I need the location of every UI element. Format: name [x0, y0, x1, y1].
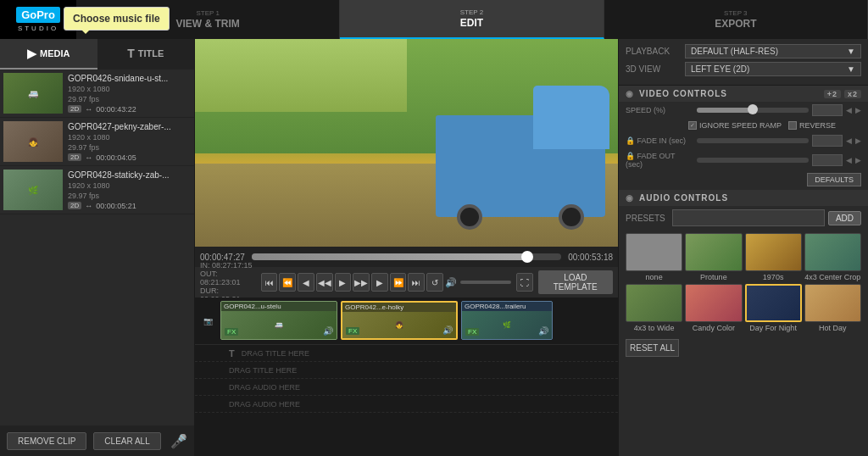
fade-out-slider[interactable]: [697, 158, 809, 163]
presets-input[interactable]: [672, 209, 825, 226]
preset-hotday[interactable]: Hot Day: [804, 284, 861, 332]
skip-to-end-button[interactable]: ⏭: [408, 273, 425, 292]
timeline-clip-2[interactable]: GOPR042...e-holky 👧 FX 🔊: [341, 301, 458, 340]
preset-protune[interactable]: Protune: [685, 233, 742, 281]
skip-to-start-button[interactable]: ⏮: [261, 273, 278, 292]
play-button[interactable]: ▶: [335, 273, 352, 292]
step-export[interactable]: STEP 3 EXPORT: [604, 0, 868, 39]
preset-thumb-1970s: [745, 233, 802, 271]
scene-sky: [195, 39, 407, 112]
tab-title-label: TITLE: [138, 48, 164, 58]
speed-label: SPEED (%): [626, 106, 693, 114]
ignore-speed-ramp-label[interactable]: ✓ IGNORE SPEED RAMP: [688, 121, 782, 130]
fade-in-less[interactable]: ◀: [846, 136, 852, 145]
preset-label-none: none: [646, 273, 663, 281]
frame-forward-button[interactable]: ▶: [371, 273, 388, 292]
loop-button[interactable]: ↺: [426, 273, 443, 292]
defaults-button[interactable]: DEFAULTS: [807, 173, 861, 186]
fast-forward-button[interactable]: ▶▶: [353, 273, 370, 292]
list-item[interactable]: 🚐 GOPR0426-snidane-u-st... 1920 x 1080 2…: [0, 70, 194, 118]
badge-plus2[interactable]: +2: [824, 90, 841, 98]
list-item[interactable]: 👧 GOPR0427-pekny-zaber-... 1920 x 1080 2…: [0, 118, 194, 166]
volume-slider[interactable]: [460, 281, 511, 284]
fade-in-input[interactable]: 0: [812, 135, 843, 147]
preset-none[interactable]: none: [626, 233, 682, 281]
timeline-clip-3[interactable]: GOPR0428...traileru 🌿 FX 🔊: [461, 301, 553, 340]
tab-media[interactable]: ▶ MEDIA: [0, 39, 97, 70]
ignore-speed-ramp-checkbox[interactable]: ✓: [688, 121, 697, 130]
3dview-dropdown[interactable]: LEFT EYE (2D) ▼: [685, 62, 861, 76]
fullscreen-button[interactable]: ⛶: [516, 273, 533, 292]
speed-fill: [697, 108, 753, 113]
playback-value: DEFAULT (HALF-RES): [691, 47, 778, 56]
list-item[interactable]: 🌿 GOPR0428-staticky-zab-... 1920 x 1080 …: [0, 166, 194, 214]
timeline-clip-1[interactable]: GOPR042...u-stelu 🚐 FX 🔊: [220, 301, 337, 340]
camera-icon: 📷: [203, 317, 213, 325]
truck-wheel-r: [559, 204, 584, 230]
audio-controls-section: ◉ AUDIO CONTROLS PRESETS ADD none Protun…: [619, 190, 868, 360]
playback-label: PLAYBACK: [626, 47, 685, 56]
media-badge-3: 2D ↔ 00:00:05:21: [68, 202, 191, 210]
preset-1970s[interactable]: 1970s: [745, 233, 802, 281]
fade-in-more[interactable]: ▶: [855, 136, 861, 145]
media-thumbnail-1: 🚐: [3, 73, 63, 114]
fade-out-input[interactable]: 0: [812, 154, 843, 166]
remove-clip-button[interactable]: REMOVE CLIP: [7, 432, 86, 450]
audio-icon-3: 🔊: [538, 326, 548, 336]
scrub-fill: [252, 253, 527, 260]
step1-label: VIEW & TRIM: [176, 18, 240, 30]
timeline-scrub[interactable]: [252, 253, 561, 260]
3dview-chevron-icon: ▼: [847, 64, 855, 74]
media-thumbnail-3: 🌿: [3, 170, 63, 210]
step-forward-button[interactable]: ⏩: [390, 273, 407, 292]
steps-bar: STEP 1 VIEW & TRIM STEP 2 EDIT STEP 3 EX…: [76, 0, 868, 39]
tab-title[interactable]: T TITLE: [97, 39, 195, 70]
load-template-button[interactable]: LOAD TEMPLATE: [538, 270, 613, 294]
preset-4x3wide[interactable]: 4x3 to Wide: [626, 284, 682, 332]
media-fps-1: 29.97 fps: [68, 95, 191, 103]
video-preview: [195, 39, 618, 247]
reset-all-button[interactable]: RESET ALL: [626, 339, 679, 357]
media-duration-2: 00:00:04:05: [96, 153, 136, 162]
media-name-1: GOPR0426-snidane-u-st...: [68, 74, 178, 83]
speed-less[interactable]: ◀: [846, 106, 852, 114]
studio-label: STUDIO: [18, 25, 58, 32]
step-back-button[interactable]: ⏪: [279, 273, 296, 292]
preset-candy[interactable]: Candy Color: [685, 284, 742, 332]
clip1-header: GOPR042...u-stelu: [221, 302, 337, 311]
lock-icon: 🔒: [626, 136, 635, 145]
preset-4x3center[interactable]: 4x3 Center Crop: [804, 233, 861, 281]
speed-more[interactable]: ▶: [855, 106, 861, 114]
fade-out-less[interactable]: ◀: [846, 156, 852, 164]
truck-cabin: [533, 86, 609, 149]
reverse-checkbox[interactable]: [788, 121, 797, 130]
media-sync-icon-2: ↔: [85, 153, 92, 162]
expand-icon[interactable]: ◉: [626, 89, 634, 98]
preset-label-protune: Protune: [700, 273, 727, 281]
frame-back-button[interactable]: ◀: [298, 273, 314, 292]
clear-all-button[interactable]: CLEAR ALL: [93, 432, 160, 450]
fx-badge-1: FX: [225, 328, 238, 336]
fade-in-slider[interactable]: [697, 138, 809, 143]
scrub-handle[interactable]: [521, 251, 533, 263]
preset-dayfornight[interactable]: Day For Night: [745, 284, 802, 332]
speed-slider[interactable]: [697, 108, 809, 113]
playback-dropdown[interactable]: DEFAULT (HALF-RES) ▼: [685, 44, 861, 58]
speed-input[interactable]: 100: [812, 104, 843, 116]
step-edit[interactable]: STEP 2 EDIT: [340, 0, 604, 39]
drag-audio-1: DRAG AUDIO HERE: [195, 379, 618, 396]
preset-thumb-4x3center: [804, 233, 861, 271]
audio-expand-icon[interactable]: ◉: [626, 193, 634, 203]
preset-thumb-protune: [685, 233, 742, 271]
fade-in-row: 🔒 FADE IN (sec) 0 ◀ ▶: [619, 132, 868, 149]
step3-number: STEP 3: [724, 9, 747, 17]
speed-thumb[interactable]: [748, 104, 758, 114]
fade-out-more[interactable]: ▶: [855, 156, 861, 164]
reverse-label[interactable]: REVERSE: [788, 121, 836, 130]
mic-icon[interactable]: 🎤: [170, 433, 187, 449]
rewind-button[interactable]: ◀◀: [316, 273, 333, 292]
main-content: ▶ MEDIA T TITLE 🚐 GOPR0426-snidane-u-st.…: [0, 39, 868, 456]
badge-x2[interactable]: x2: [844, 90, 861, 98]
center-panel: 00:00:47:27 00:00:53:18 IN: 08:27:17:15 …: [195, 39, 618, 456]
add-preset-button[interactable]: ADD: [828, 211, 861, 225]
